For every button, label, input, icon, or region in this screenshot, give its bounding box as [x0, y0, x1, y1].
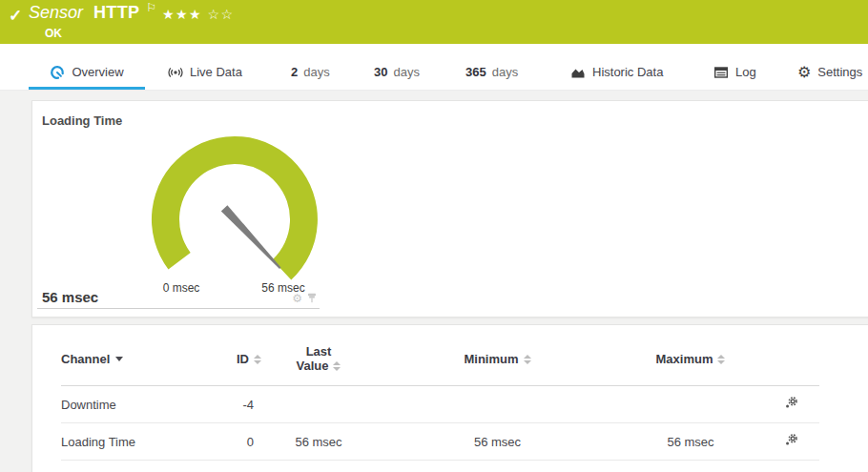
- tab-30-days[interactable]: 30 days: [374, 57, 420, 90]
- sort-arrows-icon: [717, 355, 725, 364]
- stars-filled: ★★★: [162, 7, 202, 22]
- historic-data-icon: [570, 65, 586, 80]
- log-icon: [713, 65, 729, 80]
- tab-label: Overview: [72, 65, 123, 79]
- column-label: Channel: [61, 352, 110, 366]
- column-label: Last: [306, 344, 332, 359]
- tab-label: Historic Data: [592, 65, 663, 79]
- gear-icon[interactable]: ⚙: [292, 293, 302, 304]
- column-header-maximum[interactable]: Maximum: [619, 325, 762, 386]
- channel-name-cell[interactable]: Downtime: [61, 386, 228, 423]
- stars-empty: ☆☆: [208, 7, 235, 22]
- priority-stars[interactable]: ★★★ ☆☆: [162, 7, 235, 22]
- status-check-icon: ✓: [9, 6, 22, 26]
- gauge-current-value: 56 msec: [42, 289, 98, 305]
- loading-time-gauge-widget: Loading Time 0 msec 56 msec 56 msec ⚙: [37, 107, 320, 309]
- tab-bar: Overview Live Data 2 days 30 days 365 da…: [0, 44, 868, 91]
- column-header-channel[interactable]: Channel: [61, 325, 228, 386]
- column-header-actions: [762, 325, 819, 386]
- edit-channel-gears-icon[interactable]: [784, 433, 798, 447]
- channel-id-cell: -4: [228, 386, 261, 423]
- tab-label: Live Data: [190, 65, 242, 79]
- tab-overview[interactable]: Overview: [29, 57, 145, 90]
- column-header-id[interactable]: ID: [228, 325, 261, 386]
- tab-number: 2: [291, 65, 298, 79]
- column-label: Maximum: [656, 352, 713, 366]
- minimum-cell: [376, 386, 619, 423]
- column-header-minimum[interactable]: Minimum: [376, 325, 619, 386]
- maximum-cell: 56 msec: [619, 423, 762, 461]
- tab-2-days[interactable]: 2 days: [291, 57, 330, 90]
- edit-channel-gears-icon[interactable]: [784, 396, 798, 410]
- tab-label: days: [393, 65, 419, 79]
- gauge-panel: Loading Time 0 msec 56 msec 56 msec ⚙: [31, 100, 868, 318]
- tab-label: days: [303, 65, 329, 79]
- widget-toolbar: ⚙: [292, 293, 317, 304]
- tab-label: Log: [735, 65, 756, 79]
- tab-settings[interactable]: ⚙ Settings: [797, 57, 862, 90]
- last-value-cell: 56 msec: [261, 423, 376, 461]
- column-label: ID: [237, 352, 249, 366]
- last-value-cell: [261, 386, 376, 423]
- tab-365-days[interactable]: 365 days: [465, 57, 518, 90]
- channel-id-cell: 0: [228, 423, 261, 461]
- page-title: Sensor HTTP ⚐: [29, 3, 156, 23]
- gear-icon: ⚙: [797, 65, 811, 80]
- sort-arrows-icon: [524, 355, 531, 364]
- channel-name-cell[interactable]: Loading Time: [61, 423, 228, 461]
- gauge-icon: [50, 65, 65, 80]
- column-header-last-value[interactable]: Last Value: [261, 325, 376, 386]
- sort-caret-down-icon: [115, 357, 123, 361]
- tab-log[interactable]: Log: [713, 57, 756, 90]
- sort-arrows-icon: [254, 355, 261, 364]
- sensor-header: ✓ Sensor HTTP ⚐ ★★★ ☆☆ OK: [0, 0, 868, 44]
- tab-historic-data[interactable]: Historic Data: [570, 57, 663, 90]
- title-prefix: Sensor: [29, 3, 83, 22]
- table-row: Loading Time 0 56 msec 56 msec 56 msec: [61, 423, 819, 461]
- tab-number: 30: [374, 65, 387, 79]
- channels-panel: Channel ID Last Value Minimum Maximum: [31, 324, 868, 472]
- gauge-needle-icon: [221, 205, 281, 269]
- gauge-arc: [152, 136, 318, 280]
- flag-icon[interactable]: ⚐: [146, 1, 156, 14]
- sensor-name: HTTP: [93, 3, 139, 22]
- gauge-title: Loading Time: [42, 113, 122, 128]
- maximum-cell: [619, 386, 762, 423]
- tab-live-data[interactable]: Live Data: [168, 57, 242, 90]
- live-data-icon: [168, 65, 183, 80]
- column-label: Minimum: [464, 352, 518, 366]
- pin-icon[interactable]: [307, 293, 317, 304]
- status-badge: OK: [45, 27, 62, 40]
- sort-arrows-icon: [333, 361, 341, 371]
- table-row: Downtime -4: [61, 386, 819, 423]
- gauge-chart: [128, 132, 338, 292]
- channels-table: Channel ID Last Value Minimum Maximum: [61, 325, 819, 461]
- tab-label: days: [492, 65, 518, 79]
- column-label: Value: [297, 359, 329, 373]
- minimum-cell: 56 msec: [376, 423, 619, 461]
- tab-number: 365: [465, 65, 486, 79]
- gauge-min-label: 0 msec: [163, 281, 200, 295]
- table-header-row: Channel ID Last Value Minimum Maximum: [61, 325, 819, 386]
- tab-label: Settings: [817, 65, 862, 79]
